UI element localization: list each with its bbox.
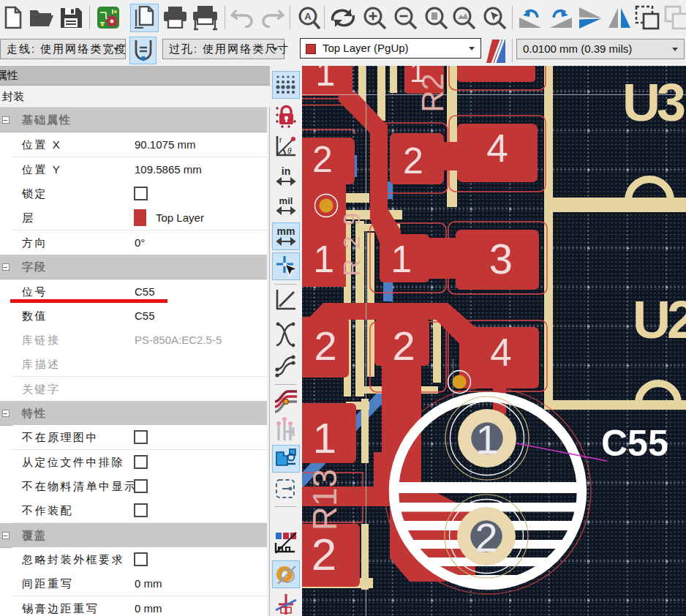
- svg-text:C55: C55: [601, 423, 668, 464]
- svg-text:1: 1: [313, 414, 336, 462]
- svg-text:A: A: [304, 11, 312, 22]
- svg-text:2: 2: [314, 323, 336, 369]
- svg-text:4: 4: [490, 331, 511, 374]
- svg-text:1: 1: [314, 238, 334, 280]
- svg-text:U2: U2: [633, 290, 686, 349]
- svg-text:θ: θ: [287, 147, 292, 155]
- svg-text:in: in: [282, 165, 290, 177]
- svg-text:mm: mm: [277, 225, 295, 237]
- svg-text:2: 2: [392, 323, 415, 369]
- svg-text:1: 1: [410, 66, 425, 88]
- svg-text:1: 1: [391, 238, 412, 280]
- svg-text:2: 2: [312, 139, 333, 180]
- svg-text:2: 2: [475, 514, 497, 560]
- svg-text:R29: R29: [339, 203, 365, 277]
- svg-text:r: r: [279, 136, 282, 144]
- svg-text:1: 1: [475, 416, 498, 462]
- svg-text:mil: mil: [279, 195, 293, 206]
- svg-text:R13: R13: [306, 469, 344, 530]
- svg-text:2: 2: [312, 529, 336, 579]
- svg-text:4: 4: [486, 127, 508, 170]
- svg-text:U3: U3: [622, 73, 685, 132]
- svg-text:2: 2: [403, 140, 423, 181]
- svg-text:3: 3: [489, 235, 513, 282]
- svg-text:1: 1: [316, 66, 336, 93]
